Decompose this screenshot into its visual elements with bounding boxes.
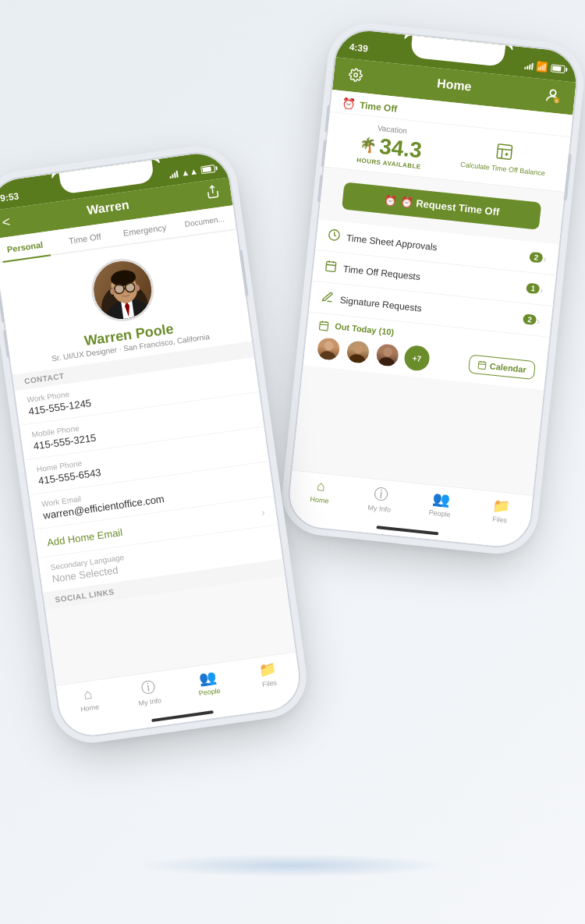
nav-people-profile[interactable]: 👥 People — [176, 665, 239, 699]
profile-screen: 9:53 ▲▲ < Warren — [0, 150, 303, 739]
home-indicator-back — [376, 526, 438, 535]
svg-line-6 — [502, 149, 502, 158]
svg-line-25 — [479, 364, 486, 365]
time-sheet-chevron: › — [542, 252, 547, 264]
svg-point-36 — [125, 282, 136, 293]
avatar-face-1 — [317, 337, 341, 361]
svg-line-13 — [326, 264, 335, 265]
profile-avatar — [87, 255, 158, 325]
avatar-3 — [374, 342, 401, 369]
battery-icon-home — [551, 64, 566, 73]
nav-home[interactable]: ⌂ Home — [289, 475, 353, 507]
time-off-req-badge: 1 — [526, 283, 541, 295]
nav-myinfo-label-home: My Info — [367, 504, 391, 514]
signature-req-badge: 2 — [523, 313, 537, 325]
profile-icon-home[interactable]: $ — [541, 83, 565, 108]
nav-home-icon-profile: ⌂ — [83, 686, 94, 703]
svg-rect-24 — [478, 362, 486, 370]
signature-icon — [321, 290, 335, 306]
nav-files-profile[interactable]: 📁 Files — [236, 657, 300, 692]
home-indicator-front — [151, 710, 214, 722]
battery-icon-profile — [200, 165, 215, 174]
time-profile: 9:53 — [0, 190, 20, 204]
svg-point-1 — [550, 90, 556, 96]
calculate-card[interactable]: Calculate Time Off Balance — [449, 132, 559, 185]
nav-people-label-profile: People — [198, 687, 221, 698]
nav-home-label-profile: Home — [80, 703, 100, 713]
time-off-icon: ⏰ — [341, 97, 356, 112]
svg-line-5 — [498, 148, 512, 150]
nav-people-label-home: People — [428, 508, 451, 519]
svg-text:$: $ — [555, 98, 558, 103]
nav-myinfo-profile[interactable]: ⓘ My Info — [117, 674, 181, 710]
nav-files-icon-profile: 📁 — [258, 660, 278, 679]
svg-point-21 — [349, 353, 365, 363]
time-off-req-icon — [324, 259, 338, 275]
nav-people-icon-profile: 👥 — [198, 668, 218, 688]
nav-myinfo-label-profile: My Info — [138, 696, 162, 707]
phone-home: 4:39 📶 — [286, 28, 579, 550]
avatar-face-2 — [346, 340, 370, 364]
nav-files-home[interactable]: 📁 Files — [470, 494, 533, 527]
svg-rect-4 — [497, 143, 512, 159]
bottom-nav-profile: ⌂ Home ⓘ My Info 👥 People 📁 Files — [56, 652, 303, 739]
request-btn-icon: ⏰ — [383, 194, 396, 207]
svg-point-0 — [354, 73, 358, 77]
svg-rect-14 — [319, 322, 328, 331]
svg-point-22 — [383, 347, 393, 357]
plus-badge[interactable]: +7 — [403, 345, 431, 372]
svg-line-15 — [320, 324, 328, 325]
avatar-2 — [344, 338, 371, 366]
home-screen: 4:39 📶 — [286, 28, 579, 550]
request-time-off-button[interactable]: ⏰ ⏰ Request Time Off — [342, 182, 541, 229]
share-button[interactable] — [205, 183, 222, 202]
time-home: 4:39 — [349, 41, 368, 54]
add-email-chevron: › — [261, 505, 266, 518]
signature-req-chevron: › — [536, 314, 541, 327]
vacation-card[interactable]: Vacation 🌴 34.3 HOURS AVAILABLE — [335, 119, 445, 172]
vacation-icon: 🌴 — [358, 136, 377, 154]
status-icons-profile: ▲▲ — [169, 164, 216, 179]
shadow — [136, 854, 448, 877]
wifi-icon-home: 📶 — [536, 61, 548, 73]
out-today-label: Out Today (10) — [335, 321, 395, 337]
nav-files-icon-home: 📁 — [492, 497, 511, 515]
avatar-1 — [315, 335, 342, 363]
nav-files-label-home: Files — [492, 515, 508, 525]
nav-home-icon: ⌂ — [316, 478, 326, 495]
svg-point-23 — [378, 356, 395, 366]
settings-icon[interactable] — [344, 63, 368, 87]
wifi-icon-profile: ▲▲ — [180, 166, 198, 178]
phone-profile: 9:53 ▲▲ < Warren — [0, 150, 303, 739]
nav-people-icon-home: 👥 — [431, 490, 450, 508]
calendar-button[interactable]: Calendar — [468, 355, 536, 381]
signal-bars-profile — [169, 170, 179, 179]
nav-myinfo-icon-home: ⓘ — [373, 484, 388, 504]
svg-point-19 — [319, 350, 335, 360]
svg-point-18 — [324, 341, 334, 351]
time-sheet-icon — [327, 228, 341, 245]
time-off-req-chevron: › — [539, 283, 544, 296]
request-btn-label: ⏰ Request Time Off — [400, 196, 500, 218]
plus-count: +7 — [412, 353, 421, 363]
avatar-face-3 — [375, 343, 399, 367]
nav-myinfo-home[interactable]: ⓘ My Info — [349, 481, 412, 515]
scene: 4:39 📶 — [0, 0, 585, 924]
add-home-email-text: Add Home Email — [46, 526, 123, 548]
bottom-nav-home: ⌂ Home ⓘ My Info 👥 People 📁 Files — [286, 469, 533, 549]
status-icons-home: 📶 — [524, 60, 566, 75]
nav-myinfo-icon-profile: ⓘ — [140, 677, 156, 697]
calendar-label: Calendar — [489, 361, 526, 374]
nav-home-profile[interactable]: ⌂ Home — [57, 682, 120, 716]
nav-files-label-profile: Files — [261, 678, 277, 689]
time-off-label: Time Off — [359, 100, 398, 115]
svg-point-35 — [114, 284, 125, 295]
nav-home-label: Home — [310, 495, 329, 504]
nav-people-home[interactable]: 👥 People — [410, 488, 473, 521]
svg-point-20 — [353, 344, 363, 354]
signal-bars-home — [524, 62, 534, 70]
time-sheet-badge: 2 — [529, 252, 544, 264]
calc-icon — [494, 141, 515, 165]
svg-rect-10 — [326, 261, 336, 271]
